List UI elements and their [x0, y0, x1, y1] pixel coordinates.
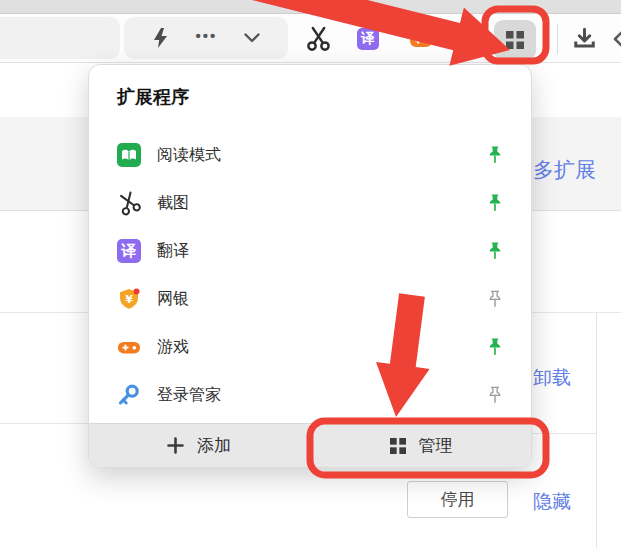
pin-toggle-pinned[interactable] — [485, 240, 505, 262]
hide-link[interactable]: 隐藏 — [533, 489, 571, 515]
extension-item-game[interactable]: 游戏 — [89, 323, 531, 371]
address-bar-end[interactable] — [0, 17, 120, 59]
extension-label: 游戏 — [157, 337, 485, 358]
sidebar-partial-icon[interactable] — [612, 30, 621, 48]
download-icon[interactable] — [572, 26, 597, 51]
extension-label: 截图 — [157, 193, 485, 214]
chevron-down-icon[interactable] — [244, 33, 260, 43]
extension-list: 阅读模式 截图 — [89, 131, 531, 419]
svg-text:¥: ¥ — [125, 293, 133, 306]
extensions-grid-icon — [506, 31, 524, 49]
extension-label: 翻译 — [157, 241, 485, 262]
manage-extensions-button[interactable]: 管理 — [311, 424, 531, 467]
lightning-icon[interactable] — [152, 27, 169, 49]
popup-title: 扩展程序 — [117, 85, 189, 109]
translate-toolbar-icon[interactable]: 译 — [357, 28, 379, 50]
add-label: 添加 — [197, 434, 231, 457]
extension-item-login[interactable]: 登录管家 — [89, 371, 531, 419]
pin-toggle-unpinned[interactable] — [485, 384, 505, 406]
tab-strip — [0, 0, 621, 14]
extensions-popup: 扩展程序 阅读模式 — [88, 64, 532, 468]
toolbar-separator — [557, 24, 558, 54]
page-card-border — [596, 313, 597, 548]
browser-toolbar: ••• 译 — [0, 14, 621, 63]
extension-label: 登录管家 — [157, 385, 485, 406]
extension-item-translate[interactable]: 译 翻译 — [89, 227, 531, 275]
login-key-icon — [117, 383, 141, 407]
extension-label: 阅读模式 — [157, 145, 485, 166]
gamepad-icon — [117, 335, 141, 359]
scissors-icon — [114, 188, 145, 219]
pin-toggle-pinned[interactable] — [485, 144, 505, 166]
uninstall-link[interactable]: 卸载 — [533, 365, 571, 391]
screenshot-toolbar-icon[interactable] — [305, 25, 332, 52]
manage-label: 管理 — [419, 434, 453, 457]
popup-footer: 添加 管理 — [89, 423, 531, 467]
extension-item-bank[interactable]: ¥ 网银 — [89, 275, 531, 323]
bank-shield-icon: ¥ — [117, 287, 141, 311]
pin-toggle-pinned[interactable] — [485, 336, 505, 358]
game-toolbar-icon[interactable] — [408, 28, 434, 52]
extensions-grid-button[interactable] — [494, 20, 536, 60]
translate-icon: 译 — [117, 239, 141, 263]
pin-toggle-unpinned[interactable] — [485, 288, 505, 310]
extension-item-reader[interactable]: 阅读模式 — [89, 131, 531, 179]
reader-book-icon — [117, 143, 141, 167]
address-bar-controls: ••• — [124, 17, 288, 59]
extension-item-screenshot[interactable]: 截图 — [89, 179, 531, 227]
manage-grid-icon — [390, 438, 406, 454]
more-extensions-link[interactable]: 多扩展 — [533, 156, 596, 184]
extension-label: 网银 — [157, 289, 485, 310]
page-divider — [0, 423, 88, 424]
page-divider — [532, 433, 596, 434]
reader-toolbar-icon[interactable] — [458, 29, 482, 53]
disable-button[interactable]: 停用 — [407, 481, 508, 518]
more-options-icon[interactable]: ••• — [196, 27, 218, 50]
pin-toggle-pinned[interactable] — [485, 192, 505, 214]
add-extension-button[interactable]: 添加 — [89, 424, 311, 467]
plus-icon — [167, 437, 184, 454]
